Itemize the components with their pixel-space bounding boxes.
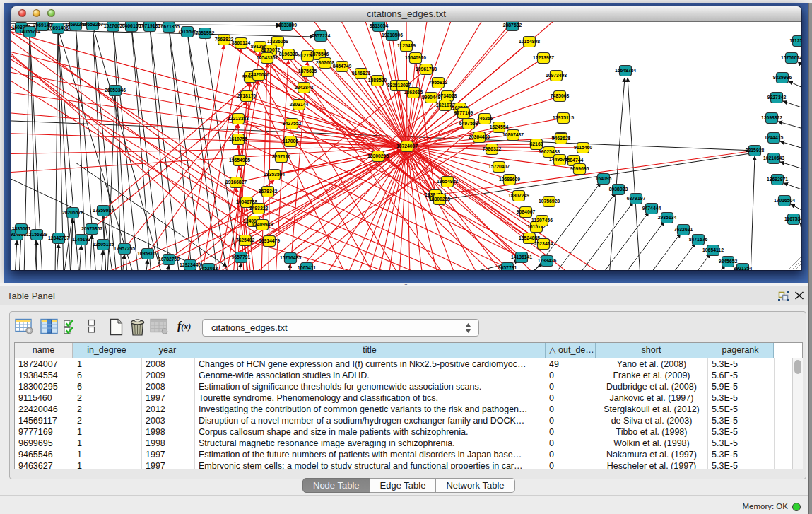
svg-text:9115460: 9115460 [574,145,592,150]
svg-text:7857224: 7857224 [312,33,331,38]
svg-text:8678342: 8678342 [259,189,278,194]
svg-text:812037: 812037 [395,83,411,88]
svg-text:9474444: 9474444 [642,206,661,211]
svg-text:14136141: 14136141 [511,255,532,259]
svg-text:1527602: 1527602 [104,23,123,28]
svg-text:9084067: 9084067 [517,209,536,214]
svg-text:16033809: 16033809 [276,23,297,28]
svg-text:20364436: 20364436 [469,134,490,139]
svg-text:12409949: 12409949 [252,222,273,227]
svg-text:16648784: 16648784 [615,68,636,73]
svg-text:10688609: 10688609 [499,177,520,182]
svg-text:3493222: 3493222 [249,206,269,211]
svg-text:18300295: 18300295 [429,197,450,201]
svg-text:1065411: 1065411 [298,265,316,270]
svg-text:9657791: 9657791 [498,265,517,270]
svg-text:8215938: 8215938 [746,148,765,153]
svg-text:9657791: 9657791 [232,255,251,259]
svg-text:17359934: 17359934 [93,208,114,213]
svg-text:8938923: 8938923 [609,187,628,192]
svg-text:19218506: 19218506 [382,33,403,37]
svg-text:9329996: 9329996 [773,75,792,80]
svg-text:8860124: 8860124 [232,40,251,45]
svg-text:18300295: 18300295 [367,153,389,158]
svg-text:1125419: 1125419 [397,43,416,48]
svg-text:8471676: 8471676 [689,237,708,242]
svg-text:19654923: 19654923 [437,179,458,184]
svg-text:13692971: 13692971 [767,177,788,182]
svg-text:1733426: 1733426 [538,258,557,263]
svg-text:10973493: 10973493 [546,73,567,78]
svg-text:2887682: 2887682 [503,23,522,28]
svg-text:1244415: 1244415 [765,135,784,140]
svg-text:12093822: 12093822 [761,115,782,120]
svg-text:16671355: 16671355 [158,24,180,29]
svg-text:26053346: 26053346 [105,88,126,93]
svg-text:17957255: 17957255 [114,246,135,251]
svg-text:18724007: 18724007 [396,144,418,148]
svg-text:9734028: 9734028 [438,93,457,98]
svg-text:7986322: 7986322 [483,146,502,151]
svg-text:19654985: 19654985 [229,158,250,163]
svg-text:10807487: 10807487 [502,132,524,137]
svg-text:10961758: 10961758 [416,66,437,71]
svg-text:15720407: 15720407 [488,164,510,169]
svg-text:62160: 62160 [530,141,543,146]
svg-text:8196328: 8196328 [279,52,298,57]
svg-text:10756928: 10756928 [539,199,560,204]
svg-text:8267110: 8267110 [272,154,290,159]
svg-text:1835061: 1835061 [12,226,31,231]
svg-text:12213987: 12213987 [533,55,554,60]
svg-text:1624554: 1624554 [490,124,509,129]
svg-text:16782759: 16782759 [158,257,180,262]
svg-text:20206576: 20206576 [62,210,83,215]
svg-text:1875546: 1875546 [310,52,329,57]
svg-text:7515526: 7515526 [178,29,197,34]
svg-text:18807249: 18807249 [508,193,529,198]
svg-text:13524855: 13524855 [519,235,540,240]
svg-text:1588520: 1588520 [368,78,387,83]
svg-text:12975115: 12975115 [553,115,574,120]
svg-text:6497568: 6497568 [459,121,478,126]
svg-text:164095: 164095 [596,176,612,181]
svg-text:6379197: 6379197 [627,196,646,201]
svg-text:7485063: 7485063 [551,93,570,98]
svg-text:15751074: 15751074 [781,55,801,60]
svg-text:7584744: 7584744 [565,158,584,163]
svg-text:12213383: 12213383 [228,116,249,121]
svg-text:1167534: 1167534 [784,216,801,221]
svg-text:13226058: 13226058 [267,39,288,44]
svg-text:10653267: 10653267 [82,22,103,27]
svg-text:10654112: 10654112 [702,247,724,252]
svg-text:1145193: 1145193 [72,237,90,242]
svg-text:9245652: 9245652 [719,259,738,264]
svg-text:12505135: 12505135 [93,242,114,247]
svg-text:11207456: 11207456 [531,218,553,223]
svg-text:7851552: 7851552 [196,30,215,35]
svg-text:2935134: 2935134 [658,215,677,220]
svg-text:8921354: 8921354 [734,266,753,270]
svg-text:10958107: 10958107 [137,251,158,256]
svg-text:2718170: 2718170 [237,93,257,98]
svg-text:23420046: 23420046 [248,72,269,77]
svg-text:9452012: 9452012 [199,266,218,270]
svg-text:20975857: 20975857 [81,226,102,231]
svg-text:6466160: 6466160 [122,23,141,28]
svg-text:8427552: 8427552 [283,121,302,126]
svg-text:2803144: 2803144 [290,102,309,107]
svg-text:12156829: 12156829 [26,232,47,237]
svg-text:7663822: 7663822 [215,37,234,42]
svg-text:9463628: 9463628 [552,136,571,141]
svg-text:117006: 117006 [283,139,299,144]
svg-text:10543362: 10543362 [257,55,278,60]
svg-text:9227342: 9227342 [767,95,787,100]
svg-text:10154808: 10154808 [519,39,540,44]
svg-text:7625402: 7625402 [236,238,255,243]
svg-text:8275072: 8275072 [261,47,281,52]
svg-text:13353594: 13353594 [264,172,285,177]
svg-text:2523414: 2523414 [534,241,553,246]
svg-text:7955812: 7955812 [429,80,448,85]
svg-text:1610755: 1610755 [229,136,248,141]
svg-text:746266: 746266 [477,116,493,121]
svg-text:9699695: 9699695 [570,166,589,171]
